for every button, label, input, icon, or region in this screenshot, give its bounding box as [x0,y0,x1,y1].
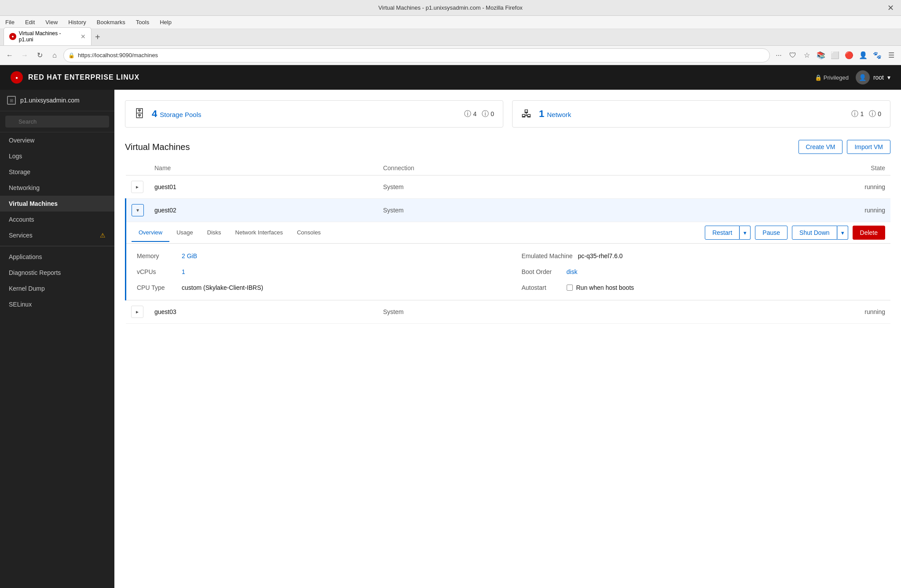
network-label[interactable]: Network [547,111,571,118]
chevron-right-icon [136,184,139,190]
memory-label: Memory [137,252,176,259]
sidebar-item-kernel-dump[interactable]: Kernel Dump [0,281,114,296]
hamburger-menu[interactable]: ☰ [885,49,897,62]
user-avatar-icon: 👤 [856,70,870,84]
extensions-icon[interactable]: 🐾 [871,49,883,62]
menu-file[interactable]: File [4,18,16,26]
guest01-name: guest01 [149,175,378,199]
user-name: root [873,74,884,81]
sidebar-host-item[interactable]: ⊞ p1.unixsysadmin.com [0,90,114,111]
app-header-right: 🔒 Privileged 👤 root ▾ [815,70,890,84]
menu-help[interactable]: Help [158,18,173,26]
menu-bookmarks[interactable]: Bookmarks [95,18,127,26]
tab-disks[interactable]: Disks [200,224,228,242]
sidebar-item-label-overview: Overview [9,137,34,144]
shutdown-button[interactable]: Shut Down [792,226,837,240]
storage-pools-card: 🗄 4 Storage Pools ⓘ 4 ⓘ 0 [125,100,503,128]
import-vm-button[interactable]: Import VM [847,140,890,154]
url-bar[interactable]: 🔒 https://localhost:9090/machines [63,48,770,62]
sidebar-item-overview[interactable]: Overview [0,132,114,148]
sidebar-item-diagnostic-reports[interactable]: Diagnostic Reports [0,265,114,281]
storage-stat2-value: 0 [491,110,494,117]
sidebar-item-label-kernel-dump: Kernel Dump [9,285,45,292]
guest01-connection: System [378,175,672,199]
restart-button[interactable]: Restart [705,226,740,240]
sidebar-item-selinux[interactable]: SELinux [0,296,114,312]
shutdown-dropdown-button[interactable]: ▾ [837,226,848,240]
autostart-checkbox[interactable] [567,285,573,291]
more-button[interactable]: ··· [773,49,785,62]
browser-titlebar: Virtual Machines - p1.unixsysadmin.com -… [0,0,901,16]
tab-usage[interactable]: Usage [169,224,200,242]
detail-cpu-type: CPU Type custom (Skylake-Client-IBRS) [137,284,495,291]
sidebar-item-label-logs: Logs [9,153,22,160]
sidebar-search-area: 🔍 [0,111,114,132]
privileged-badge: 🔒 Privileged [815,74,849,81]
url-lock-icon: 🔒 [68,52,75,58]
new-tab-button[interactable]: + [92,32,104,42]
menu-history[interactable]: History [66,18,88,26]
app-title: RED HAT ENTERPRISE LINUX [28,73,139,81]
vcpus-value[interactable]: 1 [182,268,185,275]
boot-order-value[interactable]: disk [567,268,578,275]
storage-stat1-icon: ⓘ [464,110,471,119]
tab-consoles[interactable]: Consoles [290,224,328,242]
network-card: 🖧 1 Network ⓘ 1 ⓘ 0 [512,100,890,128]
vm-detail-body: Memory 2 GiB Emulated Machine pc-q35-rhe… [126,244,890,300]
storage-pools-count: 4 [152,108,157,120]
sidebar-item-label-services: Services [9,232,33,239]
sidebar-item-storage[interactable]: Storage [0,164,114,180]
storage-pools-label[interactable]: Storage Pools [160,111,201,118]
sidebar-item-logs[interactable]: Logs [0,148,114,164]
app-header: ● RED HAT ENTERPRISE LINUX 🔒 Privileged … [0,65,901,90]
storage-stat2-icon: ⓘ [482,110,489,119]
sidebar-item-label-accounts: Accounts [9,216,34,223]
chevron-down-icon [136,207,139,213]
pause-button[interactable]: Pause [755,226,787,240]
col-state: State [671,161,890,175]
menu-edit[interactable]: Edit [23,18,37,26]
network-stat1-icon: ⓘ [851,110,858,119]
sidebar-item-label-diagnostic: Diagnostic Reports [9,269,61,276]
host-icon: ⊞ [7,96,16,105]
tab-close-icon[interactable]: ✕ [81,33,86,40]
chevron-right-icon-03 [136,309,139,315]
account-icon[interactable]: 👤 [857,49,869,62]
emulated-machine-value: pc-q35-rhel7.6.0 [578,252,623,259]
synced-tabs-icon[interactable]: ⬜ [829,49,841,62]
delete-button[interactable]: Delete [853,226,885,240]
restart-dropdown-button[interactable]: ▾ [740,226,751,240]
sidebar-item-virtual-machines[interactable]: Virtual Machines [0,196,114,212]
create-vm-button[interactable]: Create VM [798,140,843,154]
home-button[interactable]: ⌂ [48,49,61,62]
expand-guest03-button[interactable] [131,306,143,318]
sidebar-item-label-networking: Networking [9,184,40,191]
reload-button[interactable]: ↻ [33,49,46,62]
sidebar-item-services[interactable]: Services ⚠ [0,227,114,243]
container-icon[interactable]: 🔴 [843,49,855,62]
bookmarks-sidebar-icon[interactable]: 📚 [815,49,827,62]
active-tab[interactable]: ● Virtual Machines - p1.uni ✕ [4,27,92,45]
browser-navbar: ← → ↻ ⌂ 🔒 https://localhost:9090/machine… [0,46,901,65]
sidebar-item-applications[interactable]: Applications [0,249,114,265]
sidebar-item-networking[interactable]: Networking [0,180,114,196]
back-button[interactable]: ← [4,49,16,62]
network-icon: 🖧 [521,108,532,120]
cpu-type-label: CPU Type [137,284,176,291]
bookmark-button[interactable]: ☆ [801,49,813,62]
user-menu[interactable]: 👤 root ▾ [856,70,890,84]
memory-value[interactable]: 2 GiB [182,252,197,259]
tab-overview[interactable]: Overview [132,224,169,242]
browser-close-icon[interactable]: ✕ [887,3,894,13]
sidebar-item-accounts[interactable]: Accounts [0,212,114,227]
menu-view[interactable]: View [44,18,59,26]
pocket-button[interactable]: 🛡 [787,49,799,62]
tab-network-interfaces[interactable]: Network Interfaces [228,224,290,242]
menu-tools[interactable]: Tools [134,18,151,26]
expand-guest02-button[interactable] [132,204,144,216]
expand-guest01-button[interactable] [131,181,143,193]
search-input[interactable] [5,116,109,128]
forward-button[interactable]: → [18,49,31,62]
section-header: Virtual Machines Create VM Import VM [125,140,890,154]
cpu-type-value: custom (Skylake-Client-IBRS) [182,284,263,291]
